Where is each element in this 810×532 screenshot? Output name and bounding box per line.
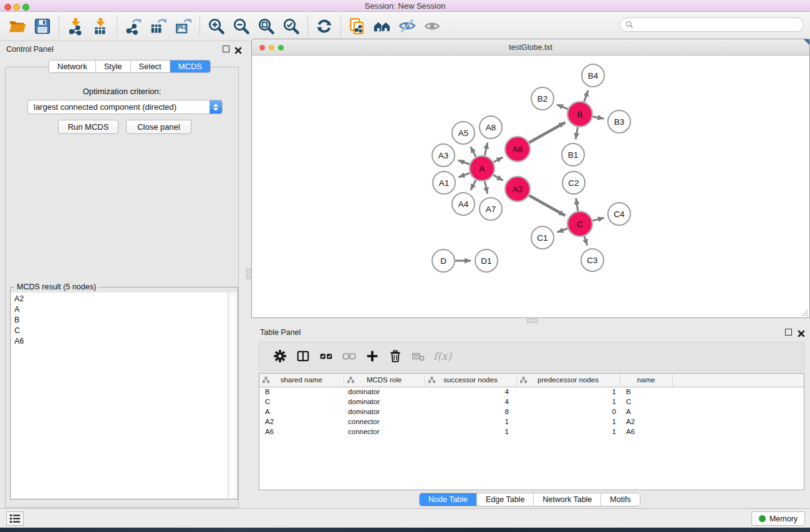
table-cell[interactable]: 1 [516, 417, 620, 427]
function-builder-icon[interactable]: f(x) [433, 350, 451, 362]
graph-edge-A-A5[interactable] [471, 147, 476, 157]
export-network-icon[interactable] [121, 14, 146, 38]
float-table-panel-icon[interactable] [785, 329, 792, 336]
vertical-splitter-handle[interactable] [246, 268, 251, 279]
table-cell[interactable]: A [259, 407, 344, 417]
table-cell[interactable]: A6 [620, 427, 672, 437]
graph-edge-C-C1[interactable] [557, 228, 567, 232]
table-cell[interactable]: C [620, 397, 672, 407]
table-cell[interactable]: 0 [516, 407, 620, 417]
graph-edge-A2-C[interactable] [529, 195, 565, 216]
criterion-dropdown[interactable]: largest connected component (directed) [27, 100, 223, 114]
graph-edge-A-A6[interactable] [493, 157, 503, 162]
graph-edge-A-A4[interactable] [471, 180, 476, 190]
table-cell[interactable]: 1 [425, 417, 516, 427]
table-cell[interactable]: dominator [344, 387, 425, 397]
delete-row-icon[interactable] [383, 345, 407, 367]
import-network-icon[interactable] [63, 14, 88, 38]
mcds-result-item[interactable]: A6 [11, 336, 228, 347]
table-cell[interactable]: A2 [259, 417, 344, 427]
column-header-successor-nodes[interactable]: successor nodes [425, 374, 516, 387]
table-cell[interactable]: A2 [620, 417, 672, 427]
network-window-titlebar[interactable]: testGlobe.txt [252, 39, 809, 56]
add-row-icon[interactable] [360, 345, 383, 367]
graph-edge-C-C3[interactable] [584, 236, 587, 246]
tab-network[interactable]: Network [49, 60, 96, 72]
graph-edge-B-B3[interactable] [593, 117, 604, 118]
table-row[interactable]: A6connector11A6 [259, 427, 804, 437]
settings-gear-icon[interactable] [268, 345, 291, 367]
graph-edge-B-B1[interactable] [576, 127, 577, 140]
graph-edge-A-A8[interactable] [485, 142, 487, 155]
refresh-icon[interactable] [312, 14, 337, 38]
graph-edge-C-C4[interactable] [592, 218, 604, 221]
table-cell[interactable]: 8 [425, 407, 516, 417]
graph-edge-B-B4[interactable] [584, 90, 588, 102]
graph-edge-A6-B[interactable] [529, 122, 565, 143]
table-cell[interactable]: 1 [516, 387, 620, 397]
task-history-button[interactable] [6, 511, 24, 526]
houses-icon[interactable] [370, 14, 395, 38]
table-cell[interactable]: 1 [516, 397, 620, 407]
mcds-result-item[interactable]: B [11, 315, 228, 326]
graph-edge-A-A7[interactable] [485, 181, 487, 194]
table-cell[interactable]: B [259, 387, 344, 397]
table-cell[interactable]: connector [344, 417, 425, 427]
table-cell[interactable]: 1 [516, 427, 620, 437]
graph-edge-A-A2[interactable] [493, 175, 503, 181]
graph-edge-B-B2[interactable] [557, 105, 568, 109]
table-cell[interactable]: 4 [425, 397, 516, 407]
delete-table-icon[interactable] [407, 345, 430, 367]
table-cell[interactable]: 1 [425, 427, 516, 437]
zoom-in-icon[interactable] [204, 14, 229, 38]
tab-style[interactable]: Style [96, 60, 131, 72]
table-cell[interactable]: B [620, 387, 672, 397]
deselect-all-icon[interactable] [337, 345, 360, 367]
memory-button[interactable]: Memory [751, 511, 805, 526]
graph-edge-A-A3[interactable] [458, 160, 470, 164]
resize-grip-icon[interactable] [800, 308, 809, 317]
table-cell[interactable]: connector [344, 427, 425, 437]
zoom-selected-icon[interactable] [279, 14, 304, 38]
table-row[interactable]: A2connector11A2 [259, 417, 804, 427]
mcds-result-item[interactable]: A2 [11, 294, 228, 304]
table-row[interactable]: Cdominator41C [259, 397, 804, 407]
tab-mcds[interactable]: MCDS [170, 60, 210, 72]
result-scrollbar[interactable] [228, 293, 237, 498]
duplicate-network-icon[interactable] [345, 14, 370, 38]
close-table-panel-icon[interactable] [798, 329, 805, 336]
mcds-result-item[interactable]: C [11, 326, 228, 336]
zoom-fit-icon[interactable] [254, 14, 279, 38]
search-input[interactable] [637, 19, 803, 31]
float-panel-icon[interactable] [223, 46, 229, 52]
import-table-icon[interactable] [88, 14, 113, 38]
select-all-icon[interactable] [314, 345, 337, 367]
tab-motifs[interactable]: Motifs [601, 493, 639, 506]
graph-edge-A-A1[interactable] [458, 173, 470, 177]
window-corner-icon[interactable] [804, 39, 809, 45]
open-file-icon[interactable] [5, 14, 30, 38]
close-panel-button[interactable]: Close panel [126, 120, 191, 134]
export-image-icon[interactable] [171, 14, 196, 38]
eye-icon[interactable] [420, 14, 445, 38]
table-cell[interactable]: 4 [425, 387, 516, 397]
tab-network-table[interactable]: Network Table [534, 493, 601, 506]
table-row[interactable]: Bdominator41B [259, 387, 804, 397]
close-panel-icon[interactable] [234, 46, 242, 53]
run-mcds-button[interactable]: Run MCDS [58, 120, 118, 134]
column-header-shared-name[interactable]: shared name [259, 374, 344, 387]
export-table-icon[interactable] [146, 14, 171, 38]
column-header-name[interactable]: name [620, 374, 672, 387]
show-columns-icon[interactable] [291, 345, 314, 367]
horizontal-splitter-handle[interactable] [527, 319, 538, 323]
column-header-predecessor-nodes[interactable]: predecessor nodes [516, 374, 620, 387]
dropdown-stepper-icon[interactable] [210, 100, 222, 114]
tab-node-table[interactable]: Node Table [420, 493, 477, 506]
table-row[interactable]: Adominator80A [259, 407, 804, 417]
tab-select[interactable]: Select [131, 60, 170, 72]
table-cell[interactable]: A6 [259, 427, 344, 437]
graph-edge-C-C2[interactable] [576, 198, 578, 211]
mcds-result-item[interactable]: A [11, 304, 228, 315]
tab-edge-table[interactable]: Edge Table [477, 493, 534, 506]
table-cell[interactable]: A [620, 407, 672, 417]
